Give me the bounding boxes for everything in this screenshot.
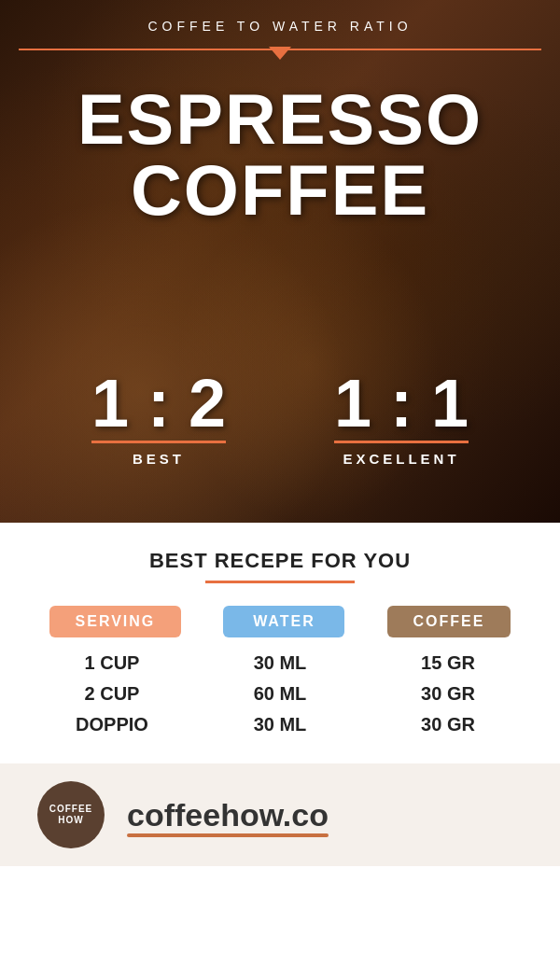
- table-row: 1 CUP 30 ML 15 GR: [28, 652, 532, 674]
- footer-logo-text: COFFEE HOW: [49, 804, 93, 826]
- logo-line-1: COFFEE: [49, 804, 93, 815]
- ratio-right-underline: [334, 441, 469, 443]
- section-title: BEST RECEPE FOR YOU: [28, 549, 532, 573]
- header-water: WATER: [223, 606, 344, 637]
- cell-serving-3: DOPPIO: [51, 714, 173, 735]
- footer-logo: COFFEE HOW: [37, 781, 105, 848]
- table-row: DOPPIO 30 ML 30 GR: [28, 714, 532, 735]
- cell-water-1: 30 ML: [219, 652, 341, 674]
- cell-coffee-1: 15 GR: [387, 652, 509, 674]
- logo-line-2: HOW: [49, 815, 93, 826]
- ratio-right-label: EXCELLENT: [334, 451, 469, 467]
- cell-serving-2: 2 CUP: [51, 683, 173, 705]
- ratio-left-label: BEST: [91, 451, 226, 467]
- ratio-right-number: 1 : 1: [334, 370, 469, 437]
- header-coffee: COFFEE: [387, 606, 511, 637]
- content-section: BEST RECEPE FOR YOU SERVING WATER COFFEE…: [0, 523, 560, 763]
- hero-section: COFFEE TO WATER RATIO ESPRESSO COFFEE 1 …: [0, 0, 560, 523]
- cell-coffee-3: 30 GR: [387, 714, 509, 735]
- ratio-right-block: 1 : 1 EXCELLENT: [334, 370, 469, 467]
- recipe-table: SERVING WATER COFFEE 1 CUP 30 ML 15 GR 2…: [28, 606, 532, 735]
- ratio-left-underline: [91, 441, 226, 443]
- cell-serving-1: 1 CUP: [51, 652, 173, 674]
- table-row: 2 CUP 60 ML 30 GR: [28, 683, 532, 705]
- section-underline: [205, 581, 355, 583]
- table-header-row: SERVING WATER COFFEE: [28, 606, 532, 637]
- title-line-1: ESPRESSO: [0, 84, 560, 155]
- cell-water-3: 30 ML: [219, 714, 341, 735]
- title-line-2: COFFEE: [0, 155, 560, 226]
- hero-main-title: ESPRESSO COFFEE: [0, 84, 560, 226]
- footer-section: COFFEE HOW coffeehow.co: [0, 763, 560, 866]
- footer-url: coffeehow.co: [127, 797, 329, 833]
- header-serving: SERVING: [49, 606, 182, 637]
- hero-subtitle: COFFEE TO WATER RATIO: [0, 19, 560, 34]
- top-triangle-pointer: [269, 47, 291, 60]
- ratio-left-number: 1 : 2: [91, 370, 226, 437]
- cell-coffee-2: 30 GR: [387, 683, 509, 705]
- ratio-container: 1 : 2 BEST 1 : 1 EXCELLENT: [0, 370, 560, 467]
- cell-water-2: 60 ML: [219, 683, 341, 705]
- ratio-left-block: 1 : 2 BEST: [91, 370, 226, 467]
